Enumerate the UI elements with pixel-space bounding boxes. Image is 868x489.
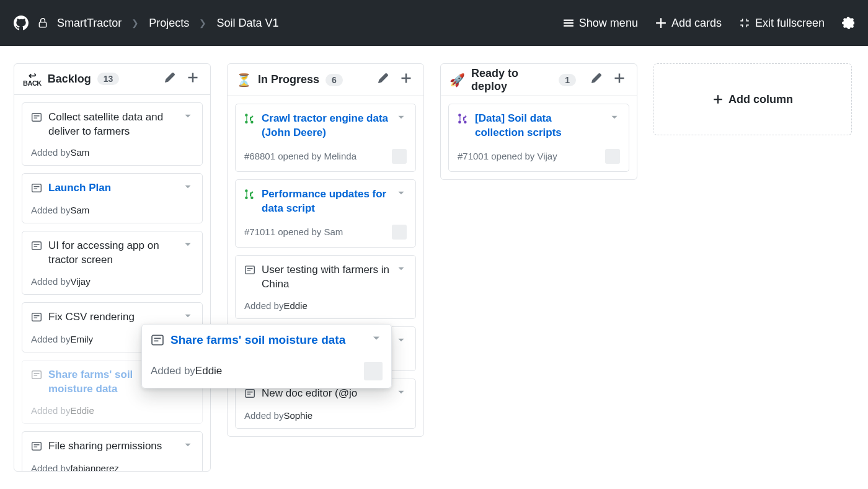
card-menu-button[interactable] — [182, 110, 193, 124]
project-board: ↩BACK Backlog 13 Collect satellite data … — [0, 46, 868, 489]
card-menu-button[interactable] — [396, 187, 407, 201]
card-title: Share farms' soil moisture data — [170, 332, 364, 348]
plus-icon — [655, 17, 666, 29]
github-logo[interactable] — [14, 16, 29, 30]
note-icon — [31, 112, 42, 125]
card-dragging[interactable]: Share farms' soil moisture data Added by… — [141, 324, 392, 388]
card-menu-button[interactable] — [609, 112, 620, 125]
card-meta: #68801 opened by Melinda — [244, 149, 407, 164]
card[interactable]: [Data] Soil data collection scripts #710… — [448, 104, 629, 172]
card-title: [Data] Soil data collection scripts — [475, 112, 603, 140]
card-title: Launch Plan — [48, 181, 176, 195]
card-meta: #71011 opened by Sam — [244, 225, 407, 240]
column-title: Backlog — [48, 73, 91, 86]
card-title: File sharing permissions — [48, 439, 176, 454]
note-icon — [151, 333, 164, 349]
card[interactable]: File sharing permissions Added by fabian… — [22, 431, 203, 471]
card-meta: Added by Vijay — [31, 276, 193, 287]
card-meta: #71001 opened by Vijay — [458, 149, 620, 164]
pencil-icon — [164, 72, 175, 83]
show-menu-button[interactable]: Show menu — [563, 17, 638, 30]
svg-rect-6 — [32, 442, 42, 450]
card-menu-button[interactable] — [370, 332, 383, 347]
breadcrumb-projects[interactable]: Projects — [149, 17, 189, 30]
card-title: Crawl tractor engine data (John Deere) — [262, 112, 389, 140]
card-menu-button[interactable] — [396, 387, 407, 400]
column-body: [Data] Soil data collection scripts #710… — [441, 96, 637, 179]
chevron-down-icon — [396, 263, 407, 274]
column-header: ⏳ In Progress 6 — [228, 64, 423, 96]
chevron-down-icon — [370, 332, 383, 344]
add-cards-button[interactable]: Add cards — [655, 17, 722, 30]
card-menu-button[interactable] — [396, 334, 407, 348]
chevron-right-icon: ❯ — [131, 18, 139, 28]
chevron-down-icon — [396, 187, 407, 199]
card-meta: Added by Eddie — [31, 405, 193, 416]
column-ready-to-deploy: 🚀 Ready to deploy 1 [Data] Soil data col… — [440, 63, 637, 180]
settings-button[interactable] — [842, 17, 854, 29]
card[interactable]: Collect satellite data and deliver to fa… — [22, 102, 203, 166]
column-count-badge: 6 — [326, 74, 343, 86]
note-icon — [31, 441, 42, 454]
chevron-down-icon — [182, 181, 193, 192]
card-meta: Added by Eddie — [244, 300, 407, 311]
note-icon — [31, 312, 42, 325]
card-menu-button[interactable] — [182, 181, 193, 195]
edit-column-button[interactable] — [162, 70, 178, 89]
card-menu-button[interactable] — [396, 263, 407, 277]
add-card-button[interactable] — [397, 70, 415, 90]
show-menu-label: Show menu — [579, 17, 638, 30]
chevron-right-icon: ❯ — [199, 18, 206, 28]
chevron-down-icon — [182, 310, 193, 321]
add-card-button[interactable] — [184, 69, 202, 89]
card-menu-button[interactable] — [182, 239, 193, 253]
card-meta: Added by Eddie — [151, 362, 383, 380]
column-backlog: ↩BACK Backlog 13 Collect satellite data … — [14, 63, 211, 472]
avatar — [605, 149, 620, 164]
card-menu-button[interactable] — [396, 112, 407, 125]
pull-request-icon — [244, 189, 255, 202]
exit-fullscreen-label: Exit fullscreen — [755, 17, 825, 30]
card-title: User testing with farmers in China — [262, 263, 389, 292]
chevron-down-icon — [182, 110, 193, 122]
chevron-down-icon — [182, 239, 193, 250]
pull-request-icon — [244, 113, 255, 127]
app-header: SmartTractor ❯ Projects ❯ Soil Data V1 S… — [0, 0, 868, 46]
edit-column-button[interactable] — [375, 70, 391, 89]
column-title: Ready to deploy — [471, 67, 552, 93]
chevron-down-icon — [396, 112, 407, 123]
column-body: Collect satellite data and deliver to fa… — [14, 95, 210, 471]
exit-fullscreen-button[interactable]: Exit fullscreen — [739, 17, 825, 30]
card[interactable]: Crawl tractor engine data (John Deere) #… — [235, 104, 416, 172]
breadcrumb-repo[interactable]: SmartTractor — [57, 17, 122, 30]
add-column-label: Add column — [728, 93, 793, 106]
card[interactable]: UI for accessing app on tractor screen A… — [22, 231, 203, 295]
add-column-button[interactable]: Add column — [653, 63, 852, 135]
card[interactable]: Performance updates for data script #710… — [235, 179, 416, 248]
svg-rect-7 — [246, 266, 255, 274]
note-icon — [31, 240, 42, 254]
svg-rect-10 — [152, 335, 163, 344]
card-menu-button[interactable] — [182, 310, 193, 324]
avatar — [392, 149, 407, 164]
breadcrumb-project[interactable]: Soil Data V1 — [216, 17, 278, 30]
card[interactable]: User testing with farmers in China Added… — [235, 255, 416, 319]
note-icon — [244, 388, 255, 402]
github-mark-icon — [14, 16, 29, 30]
card-meta: Added by Sophie — [244, 410, 407, 421]
svg-rect-5 — [32, 371, 42, 379]
card-title: Fix CSV rendering — [48, 310, 176, 325]
pencil-icon — [591, 73, 602, 84]
card-meta: Added by fabianperez — [31, 463, 193, 471]
edit-column-button[interactable] — [588, 70, 604, 89]
column-title: In Progress — [258, 73, 319, 86]
plus-icon — [400, 72, 412, 84]
pencil-icon — [378, 73, 389, 84]
card-title: UI for accessing app on tractor screen — [48, 239, 176, 267]
add-card-button[interactable] — [611, 70, 628, 90]
chevron-down-icon — [609, 112, 620, 123]
column-header: ↩BACK Backlog 13 — [14, 64, 210, 95]
card[interactable]: Launch Plan Added by Sam — [22, 173, 203, 223]
lock-icon — [37, 17, 48, 29]
card-menu-button[interactable] — [182, 439, 193, 453]
